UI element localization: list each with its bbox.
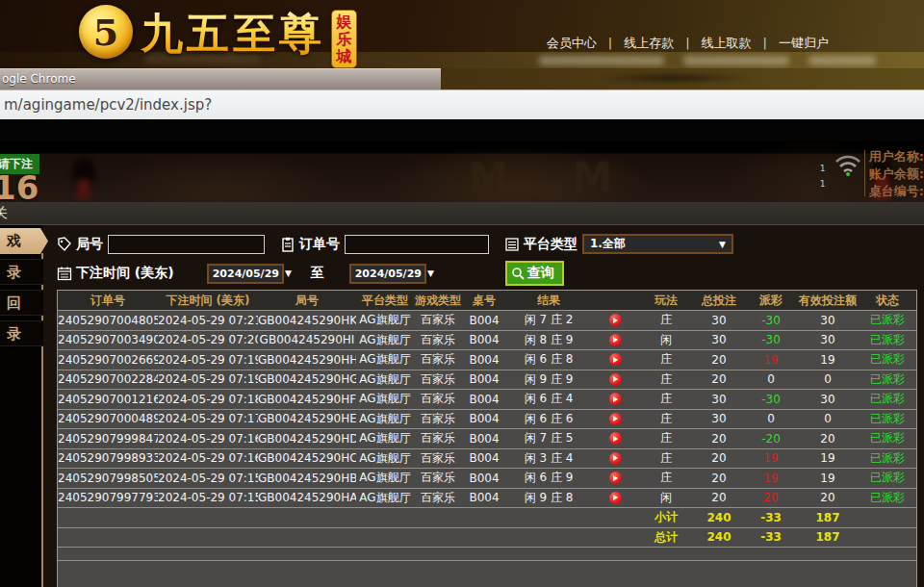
col-header-12: 状态 [859, 293, 916, 309]
cell-result: 闲 7 庄 5 [506, 430, 591, 447]
play-button[interactable] [609, 413, 622, 425]
platform-list-icon [504, 237, 520, 252]
cell-totals-valid: 187 [797, 511, 859, 524]
clipboard-icon [280, 237, 295, 252]
cell-game-type: 百家乐 [414, 312, 462, 328]
cell-game-type: 百家乐 [414, 332, 462, 348]
records-table: 订单号下注时间 (美东)局号平台类型游戏类型桌号结果玩法总投注派彩有效投注额状态… [57, 290, 917, 587]
sidebar-item-3[interactable]: 录 [0, 320, 43, 346]
play-button[interactable] [609, 373, 622, 386]
url-bar[interactable]: m/agingame/pcv2/index.jsp? [0, 89, 924, 119]
cell-totals-bet: 240 [693, 511, 745, 524]
nav-link-0[interactable]: 会员中心 [543, 36, 601, 50]
platform-select-value: 1.全部 [590, 236, 626, 252]
overlay-label: 用户名称: [869, 148, 924, 166]
play-button[interactable] [609, 452, 622, 465]
bet-time-label: 下注时间 (美东) [76, 265, 174, 282]
cell-valid-bet: 20 [797, 432, 859, 446]
col-header-10: 派彩 [745, 293, 797, 309]
chevron-down-icon: ▼ [285, 268, 292, 278]
play-button[interactable] [609, 353, 622, 366]
content-area: 戏录回录 局号 订单号 平台类型 1.全部 [0, 225, 924, 587]
chrome-title-bar[interactable]: ogle Chrome [0, 68, 441, 89]
round-number-input[interactable] [108, 235, 265, 254]
hud-digit: 1 [820, 164, 826, 173]
nav-link-3[interactable]: 一键归户 [775, 36, 833, 50]
cell-table: B004 [462, 314, 506, 327]
cell-round: GB004245290HI [258, 333, 356, 346]
cell-table: B004 [462, 372, 506, 386]
cell-round: GB004245290HF [258, 393, 356, 406]
cell-status: 已派彩 [859, 371, 916, 388]
sidebar-item-1[interactable]: 录 [0, 259, 43, 285]
play-button[interactable] [609, 314, 622, 326]
order-number-input[interactable] [345, 235, 489, 254]
cell-valid-bet: 30 [797, 393, 859, 406]
play-button[interactable] [609, 393, 622, 405]
hud-labels: 用户名称:账户余额:桌台编号: [869, 148, 924, 200]
cell-game-type: 百家乐 [414, 470, 462, 486]
video-hud: 1 1 用户名称:账户余额:桌台编号: [834, 148, 924, 200]
play-button[interactable] [609, 334, 622, 346]
cell-table: B004 [462, 333, 506, 346]
cell-platform: AG旗舰厅 [356, 371, 414, 388]
table-filler [58, 561, 916, 587]
table-header-row: 订单号下注时间 (美东)局号平台类型游戏类型桌号结果玩法总投注派彩有效投注额状态 [58, 291, 916, 311]
cell-table: B004 [462, 432, 506, 446]
col-header-3: 平台类型 [356, 293, 414, 309]
cell-payout: 20 [745, 491, 797, 504]
col-header-9: 总投注 [693, 293, 745, 309]
cell-round: GB004245290HD [258, 432, 356, 446]
cell-round: GB004245290HH [258, 353, 356, 367]
chevron-down-icon: ▼ [427, 268, 434, 278]
col-header-8: 玩法 [639, 293, 693, 309]
cell-payout: -30 [745, 314, 797, 327]
round-number-label: 局号 [76, 236, 103, 253]
cell-total-bet: 20 [693, 432, 745, 446]
cell-total-bet: 20 [693, 353, 745, 367]
cell-platform: AG旗舰厅 [356, 332, 414, 348]
to-label: 至 [311, 265, 324, 282]
cell-bet-time: 2024-05-29 07:17:32 [158, 412, 258, 425]
table-row: 2405290799984762024-05-29 07:16:56GB0042… [58, 429, 916, 449]
search-button[interactable]: 查询 [505, 261, 564, 286]
cell-bet-type: 闲 [639, 490, 693, 506]
cell-order: 240529070022842 [58, 372, 158, 386]
nav-link-2[interactable]: 线上取款 [698, 36, 756, 50]
table-row: 2405290799893302024-05-29 07:16:09GB0042… [58, 449, 916, 470]
play-button[interactable] [609, 492, 622, 504]
url-text[interactable]: m/agingame/pcv2/index.jsp? [0, 96, 212, 114]
cell-replay [591, 413, 639, 425]
cell-result: 闲 7 庄 2 [506, 312, 591, 328]
cell-totals-payout: -33 [745, 511, 797, 524]
play-button[interactable] [609, 432, 622, 445]
cell-valid-bet: 19 [797, 472, 859, 485]
cell-game-type: 百家乐 [414, 371, 462, 388]
sidebar-item-label: 录 [0, 321, 21, 346]
date-from-select[interactable]: 2024/05/29 ▼ [207, 264, 284, 284]
cell-status: 已派彩 [859, 430, 916, 447]
date-to-select[interactable]: 2024/05/29 ▼ [349, 264, 426, 284]
platform-select[interactable]: 1.全部 ▼ [582, 234, 733, 254]
cell-platform: AG旗舰厅 [356, 312, 414, 328]
table-row: 2405290700048902024-05-29 07:17:32GB0042… [58, 410, 916, 430]
play-button[interactable] [609, 472, 622, 484]
cell-totals-bet: 240 [693, 530, 745, 544]
cell-order: 240529079998476 [58, 432, 158, 446]
nav-link-1[interactable]: 线上存款 [620, 36, 678, 50]
sidebar-item-2[interactable]: 回 [0, 290, 43, 316]
dealer-silhouette [62, 154, 106, 202]
cell-bet-time: 2024-05-29 07:19:28 [158, 353, 258, 367]
tag-icon [57, 237, 72, 252]
cell-payout: 0 [745, 412, 797, 425]
total-row: 总计240-33187 [58, 528, 916, 549]
cell-round: GB004245290HK [258, 314, 356, 327]
cell-valid-bet: 20 [797, 491, 859, 504]
cell-bet-time: 2024-05-29 07:19:05 [158, 372, 258, 386]
cell-order: 240529070034903 [58, 333, 158, 346]
sidebar-item-0[interactable]: 戏 [0, 228, 48, 254]
cell-valid-bet: 30 [797, 314, 859, 327]
cell-status: 已派彩 [859, 450, 916, 467]
sidebar-item-label: 回 [0, 291, 21, 316]
site-title: 九五至尊 [141, 5, 325, 63]
